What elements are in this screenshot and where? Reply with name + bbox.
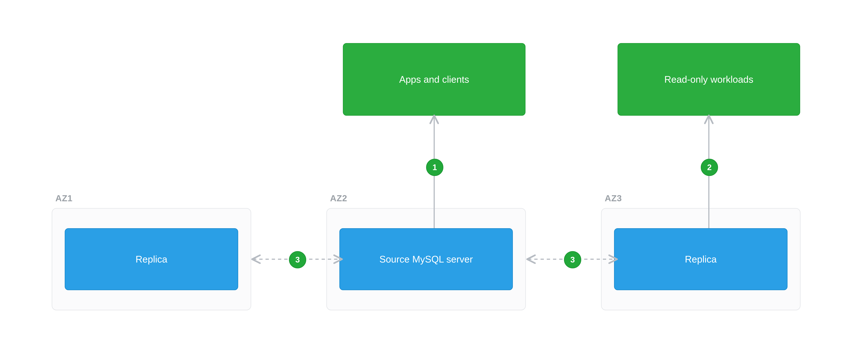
node-az3-replica: Replica (614, 228, 787, 290)
az3-label: AZ3 (605, 193, 622, 203)
az1-label: AZ1 (55, 193, 72, 203)
az2-label: AZ2 (330, 193, 347, 203)
node-az3-replica-label: Replica (685, 254, 717, 265)
node-readonly-workloads: Read-only workloads (618, 43, 800, 116)
node-apps-clients: Apps and clients (343, 43, 526, 116)
node-source-mysql: Source MySQL server (339, 228, 513, 290)
node-az1-replica: Replica (65, 228, 238, 290)
badge-2: 2 (701, 159, 718, 176)
badge-3-left: 3 (289, 251, 306, 268)
diagram-canvas: Apps and clients Read-only workloads AZ1… (0, 0, 868, 358)
node-az1-replica-label: Replica (135, 254, 167, 265)
node-source-mysql-label: Source MySQL server (379, 254, 473, 265)
badge-3-right: 3 (564, 251, 581, 268)
node-apps-clients-label: Apps and clients (399, 74, 469, 85)
badge-1: 1 (426, 159, 443, 176)
node-readonly-workloads-label: Read-only workloads (664, 74, 753, 85)
